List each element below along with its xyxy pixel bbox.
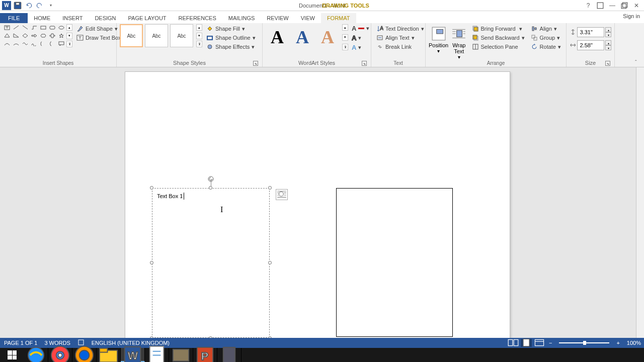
shape-connector-icon[interactable] xyxy=(30,24,38,31)
shape-styles-launcher-icon[interactable]: ⬊ xyxy=(253,61,258,66)
taskbar-word-icon[interactable]: W xyxy=(121,348,145,362)
help-icon[interactable]: ? xyxy=(585,2,592,9)
ss-gallery-down-icon[interactable]: ▾ xyxy=(196,33,202,39)
bring-forward-button[interactable]: Bring Forward ▾ xyxy=(470,24,527,33)
tab-home[interactable]: HOME xyxy=(28,13,56,23)
position-button[interactable]: Position▾ xyxy=(429,24,448,54)
tab-view[interactable]: VIEW xyxy=(295,13,321,23)
wordart-style-2[interactable]: A xyxy=(291,24,314,50)
gallery-up-icon[interactable]: ▴ xyxy=(66,24,72,31)
tab-review[interactable]: REVIEW xyxy=(261,13,294,23)
selection-pane-button[interactable]: Selection Pane xyxy=(470,42,527,51)
taskbar-app1-icon[interactable] xyxy=(169,348,193,362)
taskbar-chrome-icon[interactable] xyxy=(48,348,72,362)
height-input[interactable] xyxy=(577,27,604,37)
resize-handle-e[interactable] xyxy=(268,261,272,264)
tab-references[interactable]: REFERENCES xyxy=(173,13,222,23)
taskbar-firefox-icon[interactable] xyxy=(72,348,97,362)
shape-textbox-icon[interactable] xyxy=(3,24,11,31)
width-input[interactable] xyxy=(577,40,604,50)
shape-roundrect-icon[interactable] xyxy=(48,24,56,31)
zoom-in-button[interactable]: + xyxy=(614,340,621,346)
print-layout-icon[interactable] xyxy=(521,339,532,347)
group-button[interactable]: Group ▾ xyxy=(529,33,563,42)
read-mode-icon[interactable] xyxy=(508,339,519,347)
shape-fill-button[interactable]: Shape Fill ▾ xyxy=(204,24,258,33)
align-text-button[interactable]: Align Text ▾ xyxy=(374,33,426,42)
zoom-thumb[interactable] xyxy=(583,341,586,345)
qat-more-icon[interactable]: ▾ xyxy=(46,1,55,10)
tab-mailings[interactable]: MAILINGS xyxy=(222,13,261,23)
shape-curve-icon[interactable] xyxy=(3,40,11,47)
shape-arrow-icon[interactable] xyxy=(30,32,38,39)
taskbar-notepad-icon[interactable] xyxy=(145,348,169,362)
resize-handle-w[interactable] xyxy=(150,261,153,264)
shape-scribble-icon[interactable] xyxy=(30,40,38,47)
send-backward-button[interactable]: Send Backward ▾ xyxy=(470,33,527,42)
text-direction-button[interactable]: AText Direction ▾ xyxy=(374,24,426,33)
gallery-down-icon[interactable]: ▾ xyxy=(66,33,72,39)
text-outline-button[interactable]: A ▾ xyxy=(351,34,370,42)
wrap-text-button[interactable]: Wrap Text▾ xyxy=(450,24,467,60)
tab-design[interactable]: DESIGN xyxy=(89,13,122,23)
height-down-icon[interactable]: ▾ xyxy=(605,32,611,37)
layout-options-button[interactable] xyxy=(276,189,288,200)
edit-shape-button[interactable]: Edit Shape ▾ xyxy=(74,24,123,33)
shape-brace-icon[interactable] xyxy=(48,40,56,47)
width-up-icon[interactable]: ▴ xyxy=(605,40,611,45)
taskbar-explorer-icon[interactable] xyxy=(97,348,121,362)
shape-star-icon[interactable] xyxy=(57,32,65,39)
taskbar-app2-icon[interactable] xyxy=(217,348,242,362)
shape-triangle-icon[interactable] xyxy=(3,32,11,39)
tab-insert[interactable]: INSERT xyxy=(56,13,89,23)
shape-hexagon-icon[interactable] xyxy=(39,32,47,39)
resize-handle-ne[interactable] xyxy=(268,186,272,190)
start-button[interactable] xyxy=(0,348,24,362)
shape-outline-button[interactable]: Shape Outline ▾ xyxy=(204,33,258,42)
redo-icon[interactable] xyxy=(35,1,44,10)
rotate-button[interactable]: Rotate ▾ xyxy=(529,42,563,51)
shapes-gallery[interactable] xyxy=(3,24,65,47)
wa-gallery-more-icon[interactable]: ⊻ xyxy=(342,44,348,50)
shape-line2-icon[interactable] xyxy=(21,24,29,31)
height-up-icon[interactable]: ▴ xyxy=(605,27,611,32)
shape-rect-icon[interactable] xyxy=(39,24,47,31)
shape-effects-button[interactable]: Shape Effects ▾ xyxy=(204,42,258,51)
maximize-icon[interactable] xyxy=(621,2,628,9)
shape-styles-gallery[interactable]: Abc Abc Abc ▴ ▾ ⊻ xyxy=(120,24,202,47)
text-box-2[interactable] xyxy=(336,188,453,337)
wa-gallery-down-icon[interactable]: ▾ xyxy=(342,34,348,41)
undo-icon[interactable] xyxy=(24,1,33,10)
text-box-1-content[interactable]: Text Box 1 xyxy=(157,192,184,200)
shape-style-2[interactable]: Abc xyxy=(145,24,168,47)
shape-freeform-icon[interactable] xyxy=(21,40,29,47)
zoom-level[interactable]: 100% xyxy=(627,340,641,346)
tab-page-layout[interactable]: PAGE LAYOUT xyxy=(122,13,173,23)
collapse-ribbon-icon[interactable]: ˆ xyxy=(635,59,642,66)
text-box-1-frame[interactable] xyxy=(152,188,270,338)
width-down-icon[interactable]: ▾ xyxy=(605,45,611,50)
shape-style-3[interactable]: Abc xyxy=(170,24,193,47)
size-launcher-icon[interactable]: ⬊ xyxy=(605,61,610,66)
sign-in-link[interactable]: Sign in xyxy=(623,13,640,19)
wordart-style-3[interactable]: A xyxy=(316,24,339,50)
shape-rtriangle-icon[interactable] xyxy=(12,32,20,39)
text-fill-button[interactable]: A ▾ xyxy=(351,24,370,33)
resize-handle-n[interactable] xyxy=(209,186,212,190)
wordart-style-1[interactable]: A xyxy=(266,24,289,50)
scrollbar-vertical[interactable] xyxy=(636,67,644,338)
wa-gallery-up-icon[interactable]: ▴ xyxy=(342,24,348,31)
resize-handle-nw[interactable] xyxy=(150,186,153,190)
wordart-launcher-icon[interactable]: ⬊ xyxy=(362,61,367,66)
tab-file[interactable]: FILE xyxy=(0,13,28,23)
shape-bracket-icon[interactable] xyxy=(39,40,47,47)
tab-format[interactable]: FORMAT xyxy=(321,13,356,23)
text-box-1[interactable]: Text Box 1 I xyxy=(152,188,270,338)
ss-gallery-more-icon[interactable]: ⊻ xyxy=(196,41,202,47)
save-icon[interactable] xyxy=(13,1,22,10)
web-layout-icon[interactable] xyxy=(534,339,545,347)
shape-diamond-icon[interactable] xyxy=(21,32,29,39)
wordart-gallery[interactable]: A A A ▴ ▾ ⊻ xyxy=(266,24,348,50)
taskbar-powerpoint-icon[interactable]: P xyxy=(193,348,217,362)
text-effects-button[interactable]: A ▾ xyxy=(351,43,370,52)
